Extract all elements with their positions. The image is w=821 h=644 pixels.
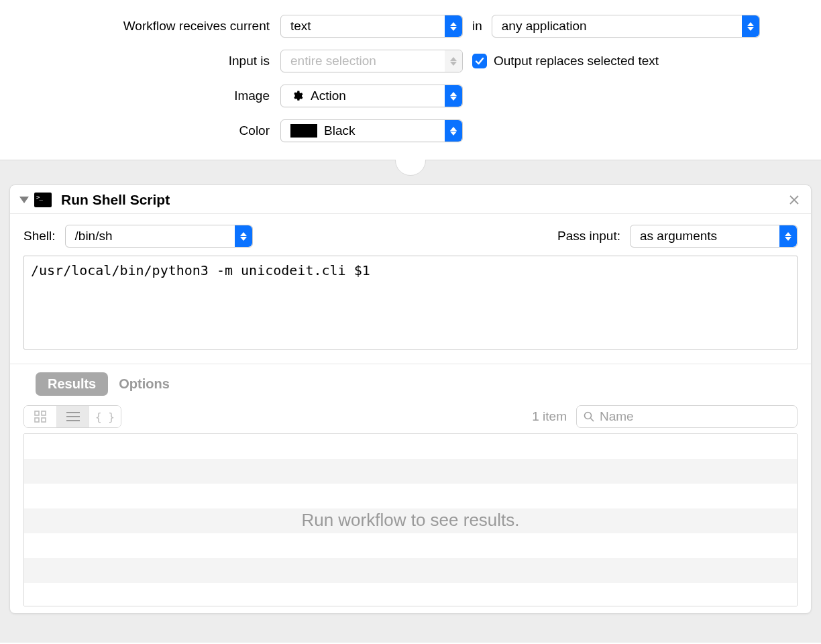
search-icon xyxy=(584,411,594,422)
svg-marker-9 xyxy=(450,131,457,136)
receives-popup[interactable]: text xyxy=(280,15,463,38)
disclosure-triangle-icon[interactable] xyxy=(19,195,29,205)
item-count: 1 item xyxy=(532,409,567,424)
braces-view-button[interactable]: { } xyxy=(89,406,121,427)
stepper-icon xyxy=(445,120,462,142)
pass-input-value: as arguments xyxy=(640,225,717,247)
view-mode-segment: { } xyxy=(23,405,121,428)
stepper-icon xyxy=(235,225,252,247)
stepper-icon xyxy=(445,50,462,72)
svg-marker-7 xyxy=(450,97,457,101)
workflow-canvas: Run Shell Script Shell: /bin/sh Pass inp… xyxy=(0,160,821,643)
close-icon[interactable] xyxy=(787,193,802,208)
results-search[interactable] xyxy=(576,405,798,428)
svg-marker-5 xyxy=(450,62,457,66)
output-replaces-checkbox[interactable] xyxy=(472,54,487,68)
image-value: Action xyxy=(311,85,346,107)
color-label: Color xyxy=(27,123,280,138)
settings-panel: Workflow receives current text in any ap… xyxy=(0,0,821,160)
svg-line-25 xyxy=(591,419,594,422)
stepper-icon xyxy=(445,85,462,107)
tab-results[interactable]: Results xyxy=(36,372,108,396)
application-value: any application xyxy=(502,15,587,37)
action-title: Run Shell Script xyxy=(61,192,170,208)
svg-marker-6 xyxy=(450,92,457,96)
shell-popup[interactable]: /bin/sh xyxy=(65,225,253,248)
list-view-button[interactable] xyxy=(56,406,89,427)
pass-input-label: Pass input: xyxy=(557,229,620,244)
svg-marker-0 xyxy=(450,22,457,26)
grid-view-button[interactable] xyxy=(24,406,56,427)
svg-marker-13 xyxy=(240,232,247,236)
svg-marker-1 xyxy=(450,27,457,31)
shell-label: Shell: xyxy=(23,229,56,244)
script-textarea[interactable] xyxy=(23,256,798,350)
svg-marker-10 xyxy=(19,197,29,203)
svg-point-24 xyxy=(585,413,592,419)
svg-rect-17 xyxy=(35,411,39,415)
in-word: in xyxy=(472,19,482,34)
svg-rect-19 xyxy=(35,418,39,422)
receives-label: Workflow receives current xyxy=(27,19,280,34)
image-label: Image xyxy=(27,89,280,103)
color-value: Black xyxy=(324,120,355,142)
shell-value: /bin/sh xyxy=(75,225,113,247)
svg-marker-8 xyxy=(450,127,457,131)
gear-icon xyxy=(290,89,304,103)
svg-rect-18 xyxy=(42,411,46,415)
color-swatch-icon xyxy=(290,124,317,138)
input-label: Input is xyxy=(27,54,280,68)
output-replaces-label: Output replaces selected text xyxy=(494,54,659,68)
results-placeholder: Run workflow to see results. xyxy=(24,434,797,606)
pass-input-popup[interactable]: as arguments xyxy=(630,225,798,248)
svg-rect-20 xyxy=(42,418,46,422)
svg-marker-14 xyxy=(240,237,247,241)
stepper-icon xyxy=(742,15,759,37)
svg-marker-3 xyxy=(747,27,754,31)
svg-marker-2 xyxy=(747,22,754,26)
svg-marker-16 xyxy=(785,237,791,241)
divider xyxy=(10,364,811,364)
action-header: Run Shell Script xyxy=(10,185,811,214)
receives-value: text xyxy=(290,15,311,37)
results-search-input[interactable] xyxy=(600,409,790,424)
action-card: Run Shell Script Shell: /bin/sh Pass inp… xyxy=(9,184,812,614)
stepper-icon xyxy=(779,225,797,247)
input-value: entire selection xyxy=(290,50,376,72)
input-popup: entire selection xyxy=(280,50,463,72)
tab-options[interactable]: Options xyxy=(119,376,170,392)
input-notch-icon xyxy=(387,160,434,180)
svg-marker-15 xyxy=(785,232,791,236)
terminal-icon xyxy=(34,193,52,207)
svg-marker-4 xyxy=(450,57,457,61)
results-list: Run workflow to see results. xyxy=(23,433,798,606)
application-popup[interactable]: any application xyxy=(492,15,760,38)
image-popup[interactable]: Action xyxy=(280,85,463,107)
stepper-icon xyxy=(445,15,462,37)
color-popup[interactable]: Black xyxy=(280,119,463,142)
